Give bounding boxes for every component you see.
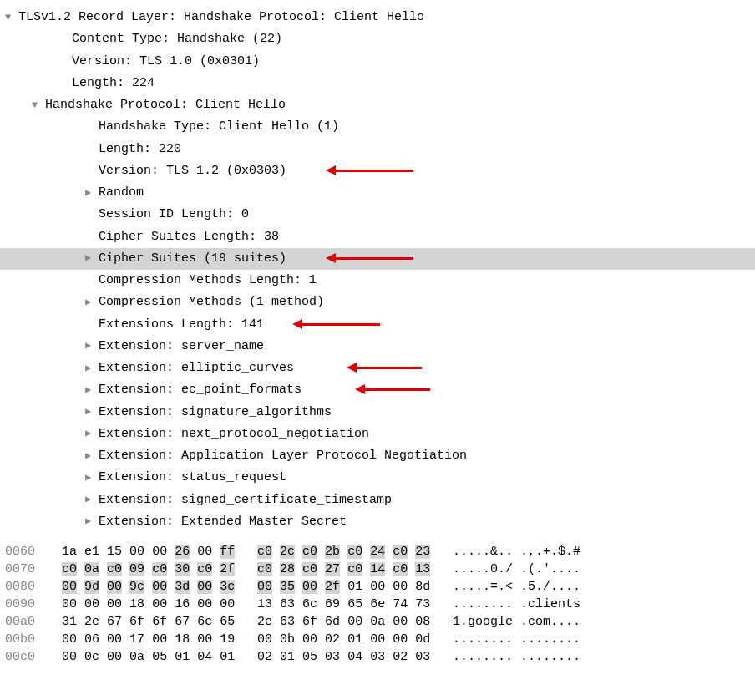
handshake-length[interactable]: Length: 220: [0, 139, 755, 160]
hex-byte[interactable]: 04: [347, 650, 362, 664]
hex-byte[interactable]: 00: [370, 632, 385, 647]
hex-dump-pane[interactable]: 00601a e1 15 00 00 26 00 ffc0 2c c0 2b c…: [0, 540, 755, 671]
hex-byte[interactable]: c0: [197, 562, 212, 576]
hex-byte[interactable]: 00: [62, 632, 77, 647]
hex-byte[interactable]: 3d: [175, 580, 190, 594]
hex-byte[interactable]: 0b: [280, 632, 295, 647]
hex-bytes[interactable]: 02 01 05 03 04 03 02 03: [257, 648, 443, 666]
record-version[interactable]: Version: TLS 1.0 (0x0301): [0, 51, 755, 73]
hex-byte[interactable]: 16: [175, 597, 190, 611]
ext-server-name[interactable]: Extension: server_name: [0, 336, 755, 358]
ext-ec-point-formats[interactable]: Extension: ec_point_formats: [0, 379, 755, 401]
ext-status-request[interactable]: Extension: status_request: [0, 467, 755, 489]
compression-methods-length[interactable]: Compression Methods Length: 1: [0, 270, 755, 292]
hex-byte[interactable]: 00: [393, 615, 408, 629]
ext-sig-algos[interactable]: Extension: signature_algorithms: [0, 402, 755, 424]
compression-methods[interactable]: Compression Methods (1 method): [0, 292, 755, 313]
hex-byte[interactable]: ff: [220, 545, 235, 559]
hex-byte[interactable]: 02: [257, 650, 272, 664]
hex-byte[interactable]: 63: [280, 597, 295, 611]
hex-byte[interactable]: 00: [393, 580, 408, 594]
hex-byte[interactable]: 00: [197, 545, 212, 559]
collapsed-icon[interactable]: [85, 491, 91, 509]
hex-byte[interactable]: 17: [129, 632, 144, 647]
expanded-icon[interactable]: [5, 9, 11, 27]
hex-byte[interactable]: 6f: [302, 615, 317, 629]
hex-bytes[interactable]: c0 2c c0 2b c0 24 c0 23: [257, 543, 443, 561]
hex-byte[interactable]: 05: [302, 650, 317, 664]
hex-byte[interactable]: 2f: [220, 562, 235, 576]
hex-byte[interactable]: 00: [107, 632, 122, 647]
hex-byte[interactable]: 00: [197, 632, 212, 647]
hex-byte[interactable]: c0: [107, 562, 122, 576]
collapsed-icon[interactable]: [85, 294, 91, 312]
hex-byte[interactable]: 8d: [415, 580, 430, 594]
hex-byte[interactable]: 00: [107, 650, 122, 664]
hex-byte[interactable]: 69: [325, 597, 340, 611]
clienthello-version[interactable]: Version: TLS 1.2 (0x0303): [0, 160, 755, 182]
record-layer[interactable]: TLSv1.2 Record Layer: Handshake Protocol…: [0, 7, 755, 28]
hex-byte[interactable]: 24: [370, 545, 385, 559]
hex-byte[interactable]: 04: [197, 650, 212, 664]
hex-bytes[interactable]: 00 06 00 17 00 18 00 19: [62, 631, 247, 648]
hex-byte[interactable]: 27: [325, 562, 340, 576]
hex-byte[interactable]: 00: [62, 650, 77, 664]
hex-byte[interactable]: 00: [152, 580, 167, 594]
extensions-length[interactable]: Extensions Length: 141: [0, 314, 755, 336]
hex-byte[interactable]: 35: [280, 580, 295, 594]
hex-bytes[interactable]: 1a e1 15 00 00 26 00 ff: [62, 543, 247, 561]
hex-byte[interactable]: 14: [370, 562, 385, 576]
hex-byte[interactable]: c0: [257, 545, 272, 559]
hex-byte[interactable]: 00: [107, 580, 122, 594]
hex-byte[interactable]: 00: [370, 580, 385, 594]
hex-byte[interactable]: 65: [220, 615, 235, 629]
content-type[interactable]: Content Type: Handshake (22): [0, 28, 755, 50]
hex-byte[interactable]: 6f: [152, 615, 167, 629]
hex-byte[interactable]: 3c: [220, 580, 235, 594]
hex-byte[interactable]: 00: [220, 597, 235, 611]
hex-byte[interactable]: 15: [107, 545, 122, 559]
hex-byte[interactable]: c0: [62, 562, 77, 576]
cipher-suites-length[interactable]: Cipher Suites Length: 38: [0, 226, 755, 248]
hex-bytes[interactable]: c0 28 c0 27 c0 14 c0 13: [257, 561, 443, 578]
hex-byte[interactable]: 00: [197, 597, 212, 611]
hex-byte[interactable]: 63: [280, 615, 295, 629]
collapsed-icon[interactable]: [85, 382, 91, 399]
hex-byte[interactable]: 2e: [84, 615, 99, 629]
hex-byte[interactable]: 9c: [129, 580, 144, 594]
hex-byte[interactable]: 28: [280, 562, 295, 576]
hex-byte[interactable]: 01: [220, 650, 235, 664]
hex-byte[interactable]: 02: [325, 632, 340, 647]
hex-byte[interactable]: 01: [175, 650, 190, 664]
hex-byte[interactable]: c0: [393, 545, 408, 559]
ext-alpn[interactable]: Extension: Application Layer Protocol Ne…: [0, 445, 755, 467]
handshake-protocol[interactable]: Handshake Protocol: Client Hello: [0, 94, 755, 116]
hex-byte[interactable]: 18: [129, 597, 144, 611]
hex-bytes[interactable]: 2e 63 6f 6d 00 0a 00 08: [257, 613, 443, 631]
hex-byte[interactable]: 0a: [129, 650, 144, 664]
collapsed-icon[interactable]: [85, 425, 91, 443]
collapsed-icon[interactable]: [85, 337, 91, 355]
hex-byte[interactable]: 13: [257, 597, 272, 611]
packet-details-tree[interactable]: TLSv1.2 Record Layer: Handshake Protocol…: [0, 0, 755, 540]
hex-bytes[interactable]: 00 9d 00 9c 00 3d 00 3c: [62, 578, 247, 596]
hex-byte[interactable]: 00: [84, 597, 99, 611]
hex-byte[interactable]: c0: [152, 562, 167, 576]
hex-byte[interactable]: 03: [415, 650, 430, 664]
hex-byte[interactable]: 6f: [129, 615, 144, 629]
hex-byte[interactable]: 6e: [370, 597, 385, 611]
collapsed-icon[interactable]: [85, 360, 91, 378]
hex-byte[interactable]: 6c: [197, 615, 212, 629]
hex-byte[interactable]: 19: [220, 632, 235, 647]
hex-byte[interactable]: 0a: [370, 615, 385, 629]
hex-bytes[interactable]: 00 0c 00 0a 05 01 04 01: [62, 648, 247, 666]
random[interactable]: Random: [0, 182, 755, 204]
collapsed-icon[interactable]: [85, 185, 91, 202]
hex-byte[interactable]: 67: [107, 615, 122, 629]
hex-byte[interactable]: 2e: [257, 615, 272, 629]
hex-byte[interactable]: 65: [347, 597, 362, 611]
hex-byte[interactable]: 00: [347, 615, 362, 629]
hex-byte[interactable]: 18: [175, 632, 190, 647]
hex-byte[interactable]: c0: [257, 562, 272, 576]
hex-byte[interactable]: 00: [62, 580, 77, 594]
